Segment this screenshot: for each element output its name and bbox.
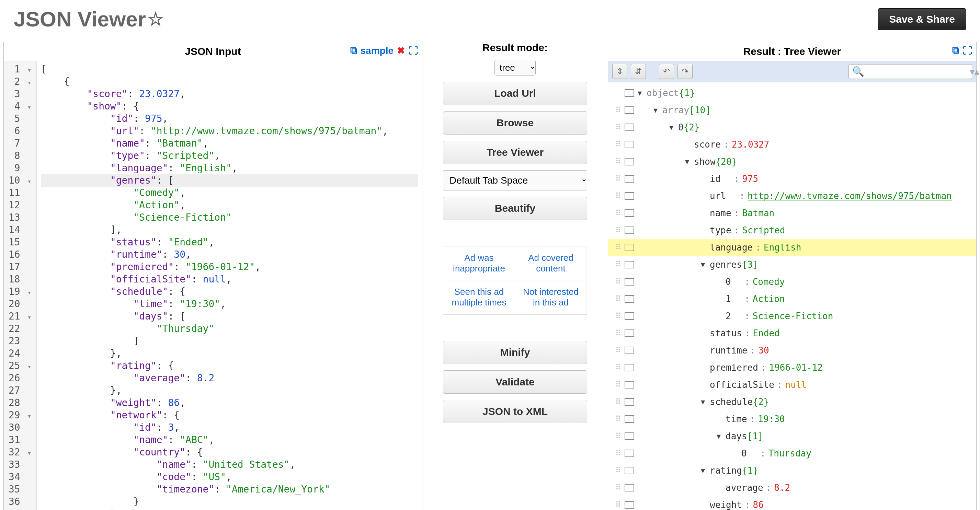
expand-all-icon[interactable]: ⇕ [612,64,627,79]
code-line[interactable]: ] [41,335,418,347]
code-line[interactable]: "Thursday" [41,323,418,335]
dropdown-icon[interactable]: ▾▴ [970,66,979,77]
copy-icon[interactable]: ⧉ [952,45,959,56]
code-line[interactable]: "country": { [41,446,418,459]
code-line[interactable]: "id": 975, [41,113,418,125]
code-line[interactable]: "language": "English", [41,162,418,174]
result-mode-select[interactable]: tree [495,60,536,76]
tree-viewer-button[interactable]: Tree Viewer [443,141,587,164]
result-mode-label: Result mode: [443,42,587,54]
sample-link[interactable]: sample [361,45,394,56]
code-line[interactable]: "id": 3, [41,421,418,434]
ad-option[interactable]: Not interested in this ad [515,280,587,315]
tree-row[interactable]: ⠿▼genres [3] [608,256,976,273]
redo-icon[interactable]: ↷ [678,64,693,79]
code-line[interactable]: "Action", [41,199,418,211]
code-body[interactable]: [ { "score": 23.0327, "show": { "id": 97… [37,61,422,510]
collapse-all-icon[interactable]: ⇵ [631,64,646,79]
page-title: JSON Viewer ☆ [14,7,164,31]
tree-row[interactable]: ⠿language : English [608,239,976,256]
code-line[interactable]: "average": 8.2 [41,372,418,384]
tree-row[interactable]: ⠿1 : Action [608,290,976,308]
tree-row[interactable]: ⠿name : Batman [608,205,976,222]
code-line[interactable]: "name": "United States", [41,459,418,471]
code-line[interactable]: "weight": 86, [41,397,418,409]
tree-search-input[interactable] [867,67,970,76]
code-line[interactable]: "time": "19:30", [41,298,418,310]
code-line[interactable]: "code": "US", [41,471,418,483]
code-line[interactable]: "Science-Fiction" [41,211,418,224]
code-line[interactable]: "rating": { [41,360,418,372]
tree-row[interactable]: ⠿type : Scripted [608,222,976,239]
tree-row[interactable]: ⠿premiered : 1966-01-12 [608,359,976,376]
code-line[interactable]: "runtime": 30, [41,248,418,261]
tree-row[interactable]: ⠿status : Ended [608,325,976,342]
tree-row[interactable]: ⠿id : 975 [608,170,976,187]
tree-row[interactable]: ⠿▼0 {2} [608,119,976,136]
tree-row[interactable]: ⠿0 : Comedy [608,273,976,290]
tree-row[interactable]: ⠿officialSite : null [608,376,976,393]
tree-row[interactable]: ⠿runtime : 30 [608,342,976,359]
json-input-header: JSON Input ⧉ sample ✖ ⛶ [4,42,422,61]
tree-row[interactable]: ⠿0 : Thursday [608,445,976,462]
main: JSON Input ⧉ sample ✖ ⛶ 1 ▾2 ▾3 4 ▾5 6 7… [0,35,980,510]
tree-row[interactable]: ⠿▼schedule {2} [608,393,976,410]
tree-row[interactable]: ⠿score : 23.0327 [608,136,976,153]
tree-row[interactable]: ⠿url : http://www.tvmaze.com/shows/975/b… [608,187,976,205]
tree-row[interactable]: ⠿2 : Science-Fiction [608,308,976,325]
code-line[interactable]: ], [41,224,418,236]
tree-body[interactable]: ▼object {1}⠿▼array [10]⠿▼0 {2}⠿score : 2… [608,82,976,510]
clear-icon[interactable]: ✖ [397,45,405,56]
json-input-title: JSON Input [185,46,241,57]
code-line[interactable]: "officialSite": null, [41,273,418,286]
json-to-xml-button[interactable]: JSON to XML [443,400,587,423]
code-line[interactable]: "url": "http://www.tvmaze.com/shows/975/… [41,125,418,137]
tab-space-select[interactable]: Default Tab Space [443,170,587,191]
controls-panel: Result mode: tree Load Url Browse Tree V… [443,42,587,510]
tree-row[interactable]: ▼object {1} [608,84,976,102]
ad-option[interactable]: Ad covered content [515,246,587,280]
code-line[interactable]: "type": "Scripted", [41,149,418,162]
tree-row[interactable]: ⠿▼array [10] [608,102,976,119]
code-line[interactable]: "score": 23.0327, [41,88,418,100]
code-line[interactable]: }, [41,384,418,397]
tree-row[interactable]: ⠿weight : 86 [608,496,976,510]
code-line[interactable]: [ [41,63,418,76]
tree-row[interactable]: ⠿▼show {20} [608,153,976,170]
ad-option[interactable]: Seen this ad multiple times [443,280,515,315]
browse-button[interactable]: Browse [443,111,587,135]
copy-icon[interactable]: ⧉ [350,45,357,56]
tree-row[interactable]: ⠿time : 19:30 [608,410,976,427]
tree-row[interactable]: ⠿▼rating {1} [608,462,976,479]
expand-icon[interactable]: ⛶ [963,45,972,56]
load-url-button[interactable]: Load Url [443,82,587,105]
code-line[interactable]: }, [41,347,418,360]
tree-row[interactable]: ⠿▼days [1] [608,427,976,445]
search-icon: 🔍 [852,66,864,77]
ad-option[interactable]: Ad was inappropriate [443,246,515,280]
code-line[interactable]: "schedule": { [41,286,418,298]
save-share-button[interactable]: Save & Share [878,8,966,30]
code-line[interactable]: "name": "ABC", [41,434,418,446]
code-line[interactable]: "premiered": "1966-01-12", [41,261,418,273]
code-line[interactable]: }, [41,508,418,510]
expand-icon[interactable]: ⛶ [408,45,418,56]
code-line[interactable]: "Comedy", [41,187,418,199]
tree-row[interactable]: ⠿average : 8.2 [608,479,976,496]
star-icon[interactable]: ☆ [147,8,164,30]
code-line[interactable]: "status": "Ended", [41,236,418,248]
code-editor[interactable]: 1 ▾2 ▾3 4 ▾5 6 7 8 9 10 ▾11 12 13 14 15 … [4,61,422,510]
code-line[interactable]: "timezone": "America/New_York" [41,483,418,496]
code-line[interactable]: "genres": [ [41,174,418,187]
code-line[interactable]: "network": { [41,409,418,421]
beautify-button[interactable]: Beautify [443,197,587,220]
code-line[interactable]: "show": { [41,100,418,113]
minify-button[interactable]: Minify [443,341,587,364]
tree-search[interactable]: 🔍 ▾▴ [848,64,972,79]
code-line[interactable]: "name": "Batman", [41,137,418,149]
code-line[interactable]: "days": [ [41,310,418,323]
code-line[interactable]: { [41,76,418,88]
validate-button[interactable]: Validate [443,370,587,394]
code-line[interactable]: } [41,496,418,508]
undo-icon[interactable]: ↶ [659,64,674,79]
